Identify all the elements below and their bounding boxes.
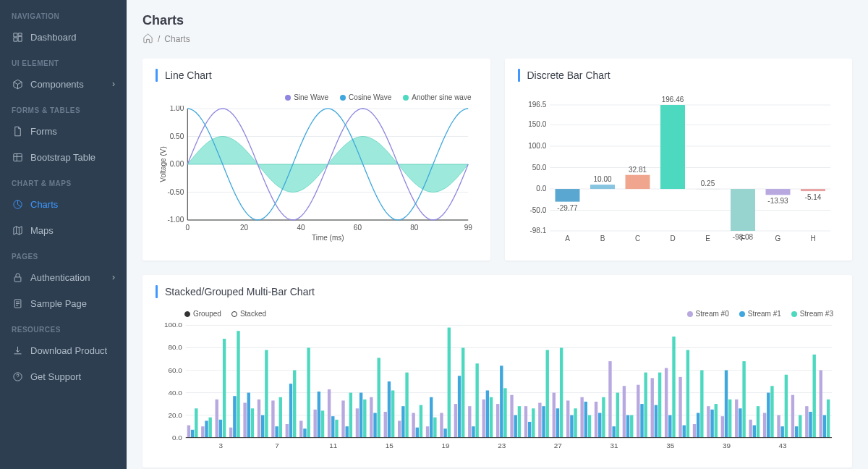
sidebar-item-authentication[interactable]: Authentication› <box>0 264 127 290</box>
svg-rect-96 <box>279 397 282 438</box>
sidebar-item-label: Charts <box>30 199 58 210</box>
svg-rect-118 <box>373 413 376 437</box>
svg-rect-112 <box>346 426 349 438</box>
svg-rect-98 <box>286 424 289 438</box>
svg-rect-194 <box>700 371 703 438</box>
svg-text:-1.00: -1.00 <box>167 216 184 224</box>
legend-item[interactable]: Stream #0 <box>687 310 729 318</box>
svg-text:39: 39 <box>723 441 731 449</box>
svg-rect-182 <box>651 378 654 437</box>
svg-text:D: D <box>670 234 675 242</box>
sidebar-item-label: Components <box>30 79 84 90</box>
svg-rect-145 <box>490 397 493 438</box>
svg-rect-127 <box>412 413 414 437</box>
svg-rect-155 <box>532 408 535 437</box>
sidebar-item-sample-page[interactable]: Sample Page <box>0 290 127 316</box>
svg-rect-220 <box>813 355 816 438</box>
svg-rect-92 <box>261 415 264 438</box>
map-icon <box>12 224 23 236</box>
svg-rect-57 <box>765 189 790 195</box>
legend-item[interactable]: Stream #3 <box>791 310 833 318</box>
svg-text:43: 43 <box>779 441 788 449</box>
svg-text:-50.0: -50.0 <box>529 206 546 214</box>
sidebar: NAVIGATIONDashboardUI ELEMENTComponents›… <box>0 0 127 469</box>
sidebar-item-maps[interactable]: Maps <box>0 217 127 243</box>
svg-text:-0.50: -0.50 <box>167 188 184 196</box>
svg-rect-91 <box>258 400 260 438</box>
legend-item[interactable]: Another sine wave <box>403 93 471 101</box>
svg-rect-184 <box>658 373 661 438</box>
svg-rect-172 <box>608 361 611 438</box>
line-chart[interactable]: -1.00-0.500.000.501.0002040608099Time (m… <box>156 106 477 243</box>
chevron-right-icon: › <box>112 79 115 89</box>
svg-rect-150 <box>510 395 513 438</box>
sidebar-item-get-support[interactable]: Get Support <box>0 363 127 389</box>
svg-rect-196 <box>710 410 713 438</box>
svg-rect-177 <box>626 415 629 438</box>
help-icon <box>12 371 23 382</box>
home-icon[interactable] <box>142 33 153 46</box>
svg-rect-114 <box>356 408 359 437</box>
svg-text:27: 27 <box>554 441 563 449</box>
svg-rect-77 <box>195 408 197 437</box>
sidebar-item-label: Sample Page <box>30 298 87 309</box>
svg-rect-75 <box>187 426 190 438</box>
svg-text:20: 20 <box>240 224 249 232</box>
svg-rect-219 <box>809 412 812 438</box>
svg-text:3: 3 <box>219 441 224 449</box>
sidebar-item-charts[interactable]: Charts <box>0 191 127 217</box>
svg-rect-108 <box>331 416 334 437</box>
svg-rect-117 <box>370 397 373 438</box>
legend-item[interactable]: Stream #1 <box>739 310 781 318</box>
sidebar-item-bootstrap-table[interactable]: Bootstrap Table <box>0 144 127 170</box>
svg-rect-171 <box>602 397 605 438</box>
box-icon <box>12 78 23 90</box>
svg-rect-186 <box>668 415 671 438</box>
svg-rect-193 <box>697 413 699 437</box>
sidebar-item-components[interactable]: Components› <box>0 71 127 97</box>
mode-radio-stacked[interactable]: Stacked <box>231 310 266 318</box>
svg-rect-164 <box>570 415 573 438</box>
card-accent <box>518 69 520 82</box>
svg-rect-218 <box>805 406 808 437</box>
svg-rect-141 <box>472 426 475 438</box>
svg-rect-81 <box>216 400 218 438</box>
svg-text:100.0: 100.0 <box>164 322 182 329</box>
svg-rect-215 <box>791 395 794 438</box>
mode-radio-grouped[interactable]: Grouped <box>184 310 221 318</box>
svg-rect-125 <box>401 406 404 437</box>
svg-rect-103 <box>307 347 310 437</box>
svg-rect-213 <box>785 375 788 438</box>
svg-rect-203 <box>739 408 741 437</box>
svg-text:11: 11 <box>329 441 338 449</box>
legend-item[interactable]: Cosine Wave <box>340 93 391 101</box>
svg-rect-138 <box>458 376 461 437</box>
svg-rect-0 <box>13 153 21 161</box>
svg-rect-2 <box>14 276 21 281</box>
sidebar-item-dashboard[interactable]: Dashboard <box>0 24 127 50</box>
multi-bar-chart[interactable]: 0.020.040.060.080.0100.03711151923273135… <box>156 322 839 452</box>
svg-rect-208 <box>763 413 766 437</box>
legend-item[interactable]: Sine Wave <box>285 93 328 101</box>
svg-text:10.00: 10.00 <box>593 175 611 183</box>
svg-text:1.00: 1.00 <box>170 106 184 112</box>
svg-rect-104 <box>313 410 316 438</box>
svg-rect-211 <box>777 415 780 438</box>
svg-rect-76 <box>191 430 194 438</box>
lock-icon <box>12 271 23 283</box>
sidebar-item-forms[interactable]: Forms <box>0 118 127 144</box>
svg-rect-129 <box>420 405 422 438</box>
sidebar-heading: RESOURCES <box>0 322 127 337</box>
svg-text:-98.1: -98.1 <box>529 227 546 234</box>
svg-rect-195 <box>707 406 710 437</box>
svg-rect-82 <box>219 420 222 438</box>
svg-rect-147 <box>500 366 503 437</box>
svg-text:0: 0 <box>185 224 190 232</box>
sidebar-item-download-product[interactable]: Download Product <box>0 337 127 363</box>
svg-text:60: 60 <box>354 224 362 232</box>
svg-rect-223 <box>827 400 830 438</box>
svg-text:F: F <box>740 234 744 242</box>
discrete-bar-chart[interactable]: -98.1-50.00.050.0100.0150.0196.5-29.77A1… <box>518 93 840 245</box>
svg-text:196.5: 196.5 <box>528 101 546 109</box>
svg-rect-89 <box>247 393 250 438</box>
